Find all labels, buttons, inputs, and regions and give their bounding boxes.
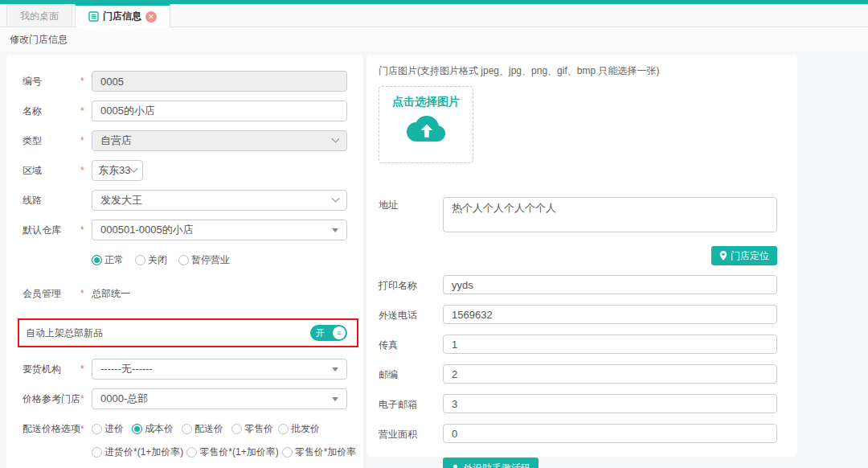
auto-shelf-highlight-box: 自动上架总部新品 开 ≡ [18, 318, 358, 347]
selected-value: 自营店 [100, 133, 132, 148]
map-pin-icon [719, 251, 727, 261]
field-label: 默认仓库 [23, 224, 80, 237]
upload-hint-text: 点击选择图片 [379, 95, 473, 109]
store-locate-button[interactable]: 门店定位 [711, 246, 777, 265]
field-row-address: 地址 热个人个人个人个个人 [379, 197, 777, 236]
print-name-input[interactable] [443, 275, 777, 294]
cloud-upload-icon [379, 113, 473, 148]
required-asterisk: * [80, 393, 92, 404]
selected-value: ------无------ [100, 362, 153, 376]
status-radio-normal[interactable]: 正常 [92, 253, 124, 267]
chevron-down-icon [332, 194, 340, 202]
dropdown-arrow-icon [332, 397, 338, 401]
store-basic-form-panel: 编号 * 名称 * 类型 * 自营店 区域 [6, 55, 363, 468]
radio-icon [92, 447, 102, 458]
address-textarea[interactable]: 热个人个人个人个个人 [443, 197, 777, 232]
field-row-name: 名称 * [23, 101, 347, 121]
price-radio-purchase[interactable]: 进价 [92, 422, 124, 436]
chevron-down-icon [332, 134, 340, 142]
radio-icon [132, 424, 142, 434]
tab-store-info[interactable]: 门店信息 ✕ [75, 4, 170, 27]
radio-icon [282, 447, 293, 458]
name-input[interactable] [92, 101, 347, 121]
request-org-select[interactable]: ------无------ [92, 359, 347, 380]
field-label: 打印名称 [379, 277, 443, 293]
required-asterisk: * [80, 76, 92, 87]
delivery-phone-input[interactable] [443, 305, 777, 324]
store-detail-panel: 门店图片(支持图片格式 jpeg、jpg、png、gif、bmp 只能选择一张)… [366, 55, 797, 457]
image-upload-dropzone[interactable]: 点击选择图片 [379, 86, 473, 163]
selected-value: 发发大王 [100, 193, 142, 207]
tab-label: 门店信息 [103, 10, 141, 23]
code-input [92, 71, 347, 92]
toggle-knob-icon: ≡ [333, 326, 346, 339]
price-radio-retail[interactable]: 零售价 [231, 422, 273, 436]
fax-input[interactable] [443, 335, 777, 354]
field-label: 区域 [23, 164, 80, 178]
route-select[interactable]: 发发大王 [92, 190, 347, 211]
required-asterisk: * [80, 424, 92, 435]
field-row-price-ref: 价格参考门店 * 0000-总部 [23, 388, 347, 409]
close-tab-icon[interactable]: ✕ [145, 11, 157, 23]
peripheral-assistant-activate-button[interactable]: 外设助手激活码 [443, 458, 538, 468]
type-select: 自营店 [92, 130, 347, 151]
price-ref-select[interactable]: 0000-总部 [92, 388, 347, 409]
area-input[interactable] [443, 424, 777, 443]
field-label: 编号 [23, 75, 80, 88]
radio-icon [231, 424, 242, 434]
field-row-delivery-phone: 外送电话 [379, 305, 777, 324]
field-label: 外送电话 [379, 307, 443, 322]
status-radio-closed[interactable]: 关闭 [135, 253, 167, 267]
price-radio-cost[interactable]: 成本价 [132, 422, 174, 436]
image-format-note: 门店图片(支持图片格式 jpeg、jpg、png、gif、bmp 只能选择一张) [379, 64, 777, 78]
tab-label: 我的桌面 [20, 10, 59, 23]
radio-icon [92, 424, 102, 434]
field-row-route: 线路 发发大王 [23, 190, 347, 211]
auto-shelf-toggle[interactable]: 开 ≡ [310, 325, 347, 341]
member-value: 总部统一 [92, 287, 347, 301]
price-radio-retail-times-markup[interactable]: 零售价*加价率 [282, 445, 357, 459]
field-row-email: 电子邮箱 [379, 394, 777, 413]
price-radio-delivery[interactable]: 配送价 [182, 422, 223, 436]
field-label: 类型 [23, 134, 80, 148]
status-radio-suspended[interactable]: 暂停营业 [178, 253, 230, 267]
required-asterisk: * [80, 363, 92, 375]
price-options-row-1: 配送价格选项 * 进价 成本价 配送价 零售价 批发价 [23, 422, 347, 436]
page-body: 编号 * 名称 * 类型 * 自营店 区域 [0, 51, 868, 468]
field-row-member: 会员管理 * 总部统一 [23, 283, 347, 304]
zip-input[interactable] [443, 364, 777, 384]
user-icon [451, 464, 460, 468]
field-row-region: 区域 * 东东33 [23, 160, 347, 181]
region-select[interactable]: 东东33 [92, 160, 143, 181]
store-info-screen: 我的桌面 门店信息 ✕ 修改门店信息 编号 * [0, 0, 868, 468]
field-row-type: 类型 * 自营店 [23, 130, 347, 151]
email-input[interactable] [443, 394, 777, 413]
field-row-request-org: 要货机构 * ------无------ [23, 359, 347, 380]
required-asterisk: * [80, 288, 92, 299]
price-radio-purchase-markup[interactable]: 进货价*(1+加价率) [92, 445, 183, 459]
field-row-print-name: 打印名称 [379, 275, 777, 294]
warehouse-select[interactable]: 000501-0005的小店 [92, 220, 347, 240]
tab-bar: 我的桌面 门店信息 ✕ [0, 4, 868, 27]
radio-icon [278, 424, 289, 434]
field-label: 要货机构 [23, 363, 80, 376]
price-radio-retail-markup[interactable]: 零售价*(1+加价率) [186, 445, 278, 459]
field-label: 邮编 [379, 367, 443, 382]
status-radio-row: 正常 关闭 暂停营业 [23, 249, 347, 270]
chevron-down-icon [130, 164, 138, 172]
price-options-row-2: 进货价*(1+加价率) 零售价*(1+加价率) 零售价*加价率 [92, 445, 347, 459]
radio-icon [178, 255, 189, 265]
field-row-area: 营业面积 [379, 424, 777, 443]
price-radio-wholesale[interactable]: 批发价 [278, 422, 320, 436]
selected-value: 0000-总部 [100, 392, 148, 406]
radio-icon [182, 424, 192, 434]
field-label: 地址 [379, 197, 443, 212]
selected-value: 000501-0005的小店 [100, 223, 194, 237]
locate-button-row: 门店定位 [379, 246, 777, 265]
field-row-code: 编号 * [23, 71, 347, 92]
tab-my-desktop[interactable]: 我的桌面 [6, 5, 72, 27]
page-title: 修改门店信息 [0, 27, 868, 51]
required-asterisk: * [80, 105, 92, 117]
field-label: 营业面积 [379, 426, 443, 441]
radio-icon [135, 255, 145, 265]
